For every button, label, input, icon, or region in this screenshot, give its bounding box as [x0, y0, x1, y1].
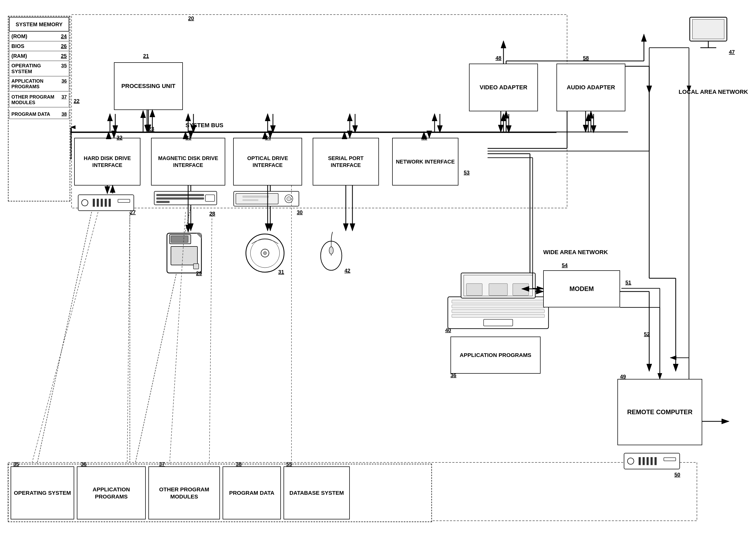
- ref-37-sm: 37: [61, 94, 67, 105]
- optical-drive-device-icon: [233, 191, 299, 207]
- other-modules-bottom-box: OTHER PROGRAM MODULES: [148, 466, 220, 519]
- svg-line-47: [37, 207, 93, 464]
- svg-rect-62: [105, 199, 107, 207]
- ref-40-label: 40: [445, 327, 451, 333]
- application-programs-bottom-box: APPLICATION PROGRAMS: [450, 337, 541, 374]
- svg-rect-149: [647, 457, 649, 465]
- svg-rect-61: [101, 199, 103, 207]
- ram-label: (RAM): [11, 53, 27, 59]
- video-adapter-box: VIDEO ADAPTER: [469, 64, 538, 111]
- serial-port-interface-box: SERIAL PORT INTERFACE: [313, 138, 379, 186]
- diagram: 20 SYSTEM MEMORY (ROM) 24 BIOS 26 (RAM) …: [0, 0, 756, 543]
- ref-37-bot: 37: [159, 461, 165, 467]
- svg-point-83: [287, 197, 291, 201]
- svg-rect-81: [236, 193, 278, 204]
- svg-rect-85: [242, 199, 258, 201]
- ref-42-label: 42: [344, 268, 350, 274]
- svg-rect-150: [651, 457, 653, 465]
- svg-rect-59: [93, 199, 95, 207]
- ram-row: (RAM) 25: [9, 51, 69, 61]
- svg-rect-64: [118, 199, 130, 202]
- ref-36-bottom-label: 36: [450, 372, 456, 378]
- svg-rect-96: [484, 319, 513, 326]
- ref-21-label: 21: [143, 53, 149, 59]
- svg-line-137: [32, 212, 98, 464]
- rom-row: (ROM) 24: [9, 32, 69, 41]
- program-data-label: PROGRAM DATA: [11, 112, 50, 117]
- ref-46-label: 46: [421, 135, 427, 141]
- os-row: OPERATING SYSTEM 35: [9, 61, 69, 76]
- svg-point-58: [82, 200, 88, 206]
- ref-33-label: 33: [185, 135, 191, 141]
- ref-25: 25: [61, 53, 67, 59]
- mouse-icon: [318, 231, 344, 273]
- system-memory-title: SYSTEM MEMORY: [9, 17, 69, 32]
- program-data-bottom-box: PROGRAM DATA: [223, 466, 281, 519]
- other-modules-label: OTHER PROGRAM MODULES: [11, 94, 61, 105]
- ref-48-label: 48: [496, 55, 501, 61]
- svg-rect-84: [242, 196, 269, 198]
- magnetic-disk-drive-interface-box: MAGNETIC DISK DRIVE INTERFACE: [151, 138, 225, 186]
- ref-34-label: 34: [265, 135, 271, 141]
- local-area-network-label: LOCAL AREA NETWORK: [679, 87, 748, 96]
- app-programs-bottom-box: APPLICATION PROGRAMS: [77, 466, 146, 519]
- ref-49-label: 49: [620, 374, 626, 380]
- ref-35-sm: 35: [61, 63, 67, 74]
- svg-rect-75: [205, 195, 215, 201]
- svg-rect-74: [156, 201, 170, 203]
- ref-38-sm: 38: [61, 112, 67, 117]
- svg-line-140: [209, 212, 212, 464]
- ref-30-label: 30: [297, 209, 303, 215]
- system-bus-label: SYSTEM BUS: [185, 122, 223, 129]
- ref-32-label: 32: [117, 135, 122, 141]
- svg-rect-93: [452, 305, 545, 308]
- ref-23-label: 23: [148, 126, 154, 132]
- ref-28-label: 28: [209, 211, 215, 217]
- floppy-drive-icon: [154, 191, 217, 205]
- hdd-device-icon: [77, 193, 135, 212]
- ref-58-label: 58: [583, 55, 589, 61]
- svg-rect-151: [655, 457, 657, 465]
- svg-rect-92: [452, 300, 545, 303]
- ref-24: 24: [61, 33, 67, 39]
- other-modules-row: OTHER PROGRAM MODULES 37: [9, 93, 69, 107]
- svg-rect-68: [171, 236, 188, 242]
- ref-55-bot: 55: [286, 461, 292, 467]
- hard-disk-drive-interface-box: HARD DISK DRIVE INTERFACE: [74, 138, 140, 186]
- ref-51-label: 51: [625, 280, 631, 286]
- ref-52-label: 52: [644, 331, 650, 337]
- svg-rect-70: [193, 264, 199, 269]
- svg-point-88: [329, 247, 333, 254]
- svg-point-79: [263, 251, 267, 255]
- bios-label: BIOS: [11, 43, 24, 49]
- app-programs-label: APPLICATION PROGRAMS: [11, 78, 61, 90]
- svg-rect-95: [452, 314, 545, 317]
- ref-26: 26: [61, 43, 67, 49]
- app-programs-row: APPLICATION PROGRAMS 36: [9, 77, 69, 91]
- optical-drive-interface-box: OPTICAL DRIVE INTERFACE: [233, 138, 302, 186]
- ref-22-label: 22: [74, 98, 79, 104]
- processing-unit-box: PROCESSING UNIT: [114, 62, 183, 110]
- svg-rect-72: [156, 194, 204, 196]
- ref-20-label: 20: [188, 15, 194, 21]
- svg-rect-147: [639, 457, 641, 465]
- ref-36-bot: 36: [81, 461, 87, 467]
- ref-35-bottom: 35: [13, 461, 19, 467]
- svg-rect-97: [466, 284, 482, 295]
- ref-50-label: 50: [674, 472, 680, 478]
- svg-rect-60: [97, 199, 99, 207]
- database-system-bottom-box: DATABASE SYSTEM: [284, 466, 350, 519]
- ref-27-label: 27: [130, 209, 136, 215]
- keyboard-icon: [445, 270, 551, 331]
- ref-36-sm: 36: [61, 78, 67, 90]
- wide-area-network-label: WIDE AREA NETWORK: [543, 248, 608, 257]
- svg-line-138: [127, 212, 130, 464]
- ref-54-label: 54: [562, 262, 568, 268]
- ref-29-label: 29: [196, 270, 202, 276]
- network-interface-box: NETWORK INTERFACE: [392, 138, 458, 186]
- bios-row: BIOS 26: [9, 42, 69, 51]
- optical-disc-icon: [244, 229, 286, 274]
- svg-rect-73: [156, 197, 204, 200]
- ref-31-label: 31: [278, 269, 284, 275]
- modem-box: MODEM: [543, 270, 620, 307]
